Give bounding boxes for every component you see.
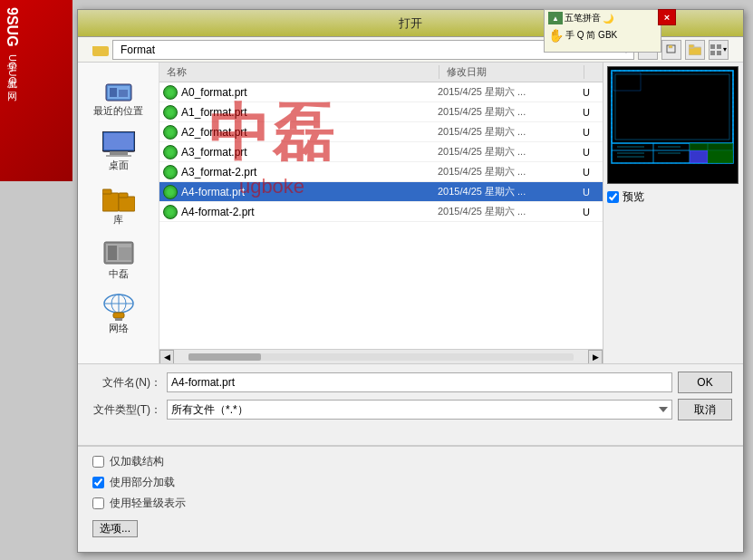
view-icon bbox=[710, 44, 723, 55]
content-area: 最近的位置 桌面 bbox=[78, 63, 743, 363]
pinyin-bar[interactable]: ▲ 五笔拼音 🌙 ✋ 手 Q 简 GBK bbox=[544, 9, 661, 53]
file-row[interactable]: A2_format.prt 2015/4/25 星期六 ... U bbox=[159, 122, 603, 142]
sidebar-item-network[interactable]: 网络 bbox=[82, 289, 155, 339]
preview-label[interactable]: 预览 bbox=[623, 189, 644, 205]
scroll-left[interactable]: ◀ bbox=[159, 350, 174, 364]
pinyin-row1: ▲ 五笔拼音 🌙 bbox=[545, 10, 661, 26]
svg-rect-3 bbox=[689, 44, 694, 48]
file-date: 2015/4/25 星期六 ... bbox=[438, 125, 583, 139]
file-name: A4-format.prt bbox=[179, 186, 438, 198]
file-list-container: 名称 修改日期 A0_format.prt 2015/4/25 星期六 ... … bbox=[159, 63, 603, 363]
sidebar-item-recent[interactable]: 最近的位置 bbox=[82, 72, 155, 121]
new-folder-button[interactable] bbox=[685, 40, 705, 60]
option3-row: 使用轻量级表示 bbox=[92, 496, 729, 511]
svg-rect-5 bbox=[717, 44, 721, 49]
desktop-label: 桌面 bbox=[109, 159, 129, 172]
svg-rect-23 bbox=[119, 247, 131, 260]
svg-rect-14 bbox=[110, 151, 128, 155]
zhulei-icon bbox=[101, 238, 137, 267]
svg-rect-6 bbox=[710, 51, 715, 55]
sidebar-item-library[interactable]: 库 bbox=[82, 180, 155, 230]
file-date: 2015/4/25 星期六 ... bbox=[438, 205, 583, 218]
svg-rect-1 bbox=[669, 45, 672, 48]
file-name: A4-format-2.prt bbox=[179, 206, 438, 218]
pinyin-moon: 🌙 bbox=[603, 14, 613, 24]
folder-icon bbox=[92, 43, 109, 56]
file-row[interactable]: A4-format-2.prt 2015/4/25 星期六 ... U bbox=[159, 202, 603, 222]
file-icon bbox=[161, 84, 179, 101]
sidebar-item-zhulei[interactable]: 中磊 bbox=[82, 235, 155, 285]
opt3-checkbox[interactable] bbox=[92, 497, 104, 509]
opt2-label[interactable]: 使用部分加载 bbox=[110, 475, 175, 490]
nx-file-icon bbox=[163, 125, 178, 140]
nx-file-icon bbox=[163, 165, 178, 179]
nx-file-icon bbox=[163, 145, 178, 159]
file-name: A0_format.prt bbox=[179, 86, 438, 99]
filename-label: 文件名(N)： bbox=[89, 375, 161, 391]
network-label: 网络 bbox=[109, 322, 129, 335]
ok-button[interactable]: OK bbox=[678, 372, 732, 393]
file-date: 2015/4/25 星期六 ... bbox=[438, 165, 583, 179]
filename-input[interactable] bbox=[167, 372, 672, 392]
library-label: 库 bbox=[113, 213, 123, 227]
file-row[interactable]: A3_format-2.prt 2015/4/25 星期六 ... U bbox=[159, 162, 603, 182]
scroll-right[interactable]: ▶ bbox=[588, 350, 603, 364]
filetype-select[interactable]: 所有文件（*.*） bbox=[167, 400, 672, 420]
file-date: 2015/4/25 星期六 ... bbox=[438, 185, 583, 198]
header-name: 名称 bbox=[159, 65, 439, 79]
option2-row: 使用部分加载 bbox=[92, 475, 729, 490]
opt1-label[interactable]: 仅加载结构 bbox=[110, 454, 164, 469]
svg-rect-4 bbox=[710, 44, 715, 49]
up-button[interactable] bbox=[661, 40, 681, 60]
file-row[interactable]: A3_format.prt 2015/4/25 星期六 ... U bbox=[159, 142, 603, 162]
close-button[interactable]: × bbox=[658, 9, 676, 25]
file-name: A2_format.prt bbox=[179, 126, 438, 139]
pinyin-icon1: ▲ bbox=[548, 12, 563, 24]
svg-rect-47 bbox=[613, 72, 641, 91]
svg-rect-16 bbox=[102, 193, 119, 211]
svg-rect-32 bbox=[615, 74, 729, 140]
h-scrollbar[interactable]: ◀ ▶ bbox=[159, 349, 603, 363]
recent-icon bbox=[101, 75, 137, 104]
preview-panel: 预览 bbox=[603, 63, 743, 363]
recent-svg bbox=[104, 77, 133, 102]
opt1-checkbox[interactable] bbox=[92, 456, 104, 468]
zhulei-label: 中磊 bbox=[109, 267, 129, 281]
svg-rect-10 bbox=[110, 88, 117, 97]
file-date: 2015/4/25 星期六 ... bbox=[438, 85, 583, 99]
pinyin-hand: ✋ bbox=[548, 28, 564, 43]
file-list: A0_format.prt 2015/4/25 星期六 ... U A1_for… bbox=[159, 82, 603, 349]
svg-rect-28 bbox=[113, 313, 124, 318]
recent-label: 最近的位置 bbox=[93, 104, 143, 118]
svg-rect-11 bbox=[119, 90, 128, 97]
new-folder-icon bbox=[689, 44, 701, 55]
options-button[interactable]: 选项... bbox=[92, 520, 138, 537]
file-size: U bbox=[583, 87, 601, 98]
view-button[interactable]: ▾ bbox=[709, 40, 729, 60]
svg-rect-41 bbox=[690, 143, 733, 150]
sidebar-item-desktop[interactable]: 桌面 bbox=[82, 126, 155, 176]
nx-file-icon bbox=[163, 105, 178, 120]
svg-rect-15 bbox=[106, 155, 131, 157]
file-icon bbox=[161, 104, 179, 121]
pinyin-label1: 五笔拼音 bbox=[565, 12, 601, 24]
options-panel: 仅加载结构 使用部分加载 使用轻量级表示 选项... bbox=[78, 446, 743, 536]
option1-row: 仅加载结构 bbox=[92, 454, 729, 469]
filename-row: 文件名(N)： OK bbox=[89, 372, 732, 393]
file-row[interactable]: A0_format.prt 2015/4/25 星期六 ... U bbox=[159, 82, 603, 102]
file-size: U bbox=[583, 187, 601, 198]
file-row[interactable]: A1_format.prt 2015/4/25 星期六 ... U bbox=[159, 102, 603, 122]
left-banner: 9SUG 学UG就上UG网 bbox=[0, 0, 72, 181]
nx-file-icon bbox=[163, 85, 178, 100]
preview-canvas bbox=[607, 66, 739, 184]
cancel-button[interactable]: 取消 bbox=[678, 399, 732, 420]
dialog-title: 打开 bbox=[399, 15, 422, 32]
scroll-thumb bbox=[188, 353, 261, 361]
svg-rect-22 bbox=[108, 246, 117, 260]
preview-checkbox[interactable] bbox=[607, 191, 619, 203]
left-sidebar: 最近的位置 桌面 bbox=[78, 63, 159, 363]
file-row[interactable]: A4-format.prt 2015/4/25 星期六 ... U bbox=[159, 182, 603, 202]
opt3-label[interactable]: 使用轻量级表示 bbox=[110, 496, 186, 511]
svg-rect-31 bbox=[612, 71, 733, 143]
opt2-checkbox[interactable] bbox=[92, 477, 104, 488]
